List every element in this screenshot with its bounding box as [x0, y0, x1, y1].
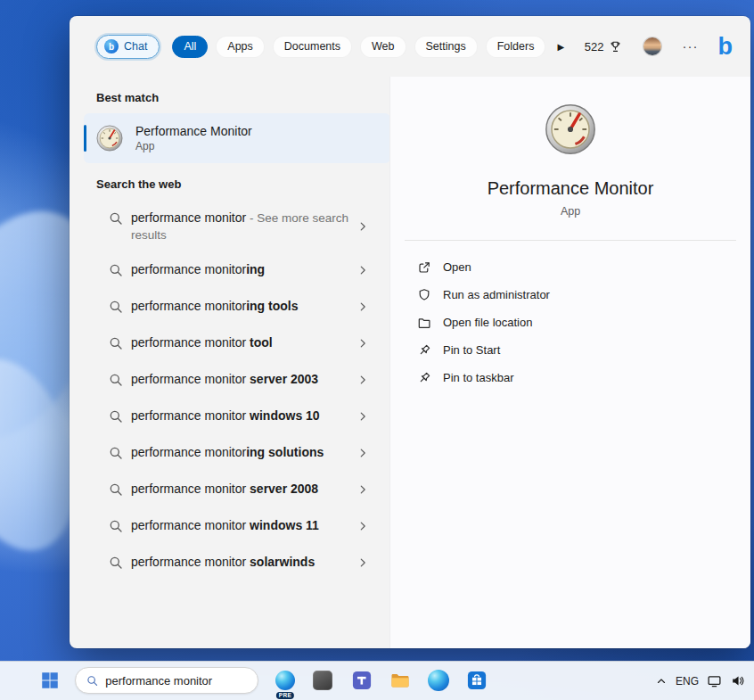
shield-icon — [417, 288, 431, 302]
suggestion-text: performance monitor windows 11 — [131, 517, 319, 534]
performance-monitor-icon-large — [545, 103, 596, 159]
action-run-as-administrator[interactable]: Run as administrator — [390, 281, 750, 309]
action-list: Open Run as administrator Open file loca… — [390, 253, 750, 391]
more-options-button[interactable]: ··· — [683, 42, 699, 51]
suggestion-text: performance monitoring solutions — [131, 444, 324, 461]
action-label: Pin to Start — [443, 343, 500, 357]
tab-all[interactable]: All — [172, 36, 208, 58]
suggestion-text: performance monitor solarwinds — [131, 554, 315, 571]
action-pin-to-taskbar[interactable]: Pin to taskbar — [390, 364, 750, 391]
taskbar-icon-teams[interactable] — [346, 664, 378, 696]
filter-bar: b Chat All Apps Documents Web Settings F… — [70, 16, 750, 77]
action-label: Open file location — [443, 316, 532, 329]
system-tray: ENG — [655, 662, 749, 700]
search-suggestion[interactable]: performance monitor tool — [84, 325, 390, 361]
preview-header: Performance Monitor App — [390, 77, 750, 218]
search-icon — [109, 409, 123, 424]
tray-language[interactable]: ENG — [676, 675, 699, 688]
taskbar-search[interactable] — [75, 667, 258, 694]
preview-pane: Performance Monitor App Open Run as admi… — [389, 77, 750, 648]
taskbar-icon-dark-app[interactable] — [307, 664, 339, 696]
teams-icon — [352, 671, 372, 690]
bing-chat-icon: b — [104, 39, 119, 54]
search-icon — [109, 211, 123, 226]
bing-logo-icon[interactable]: b — [718, 35, 734, 59]
search-icon — [109, 373, 123, 387]
search-suggestion[interactable]: performance monitor - See more search re… — [84, 202, 390, 251]
taskbar-icon-edge-pre[interactable]: PRE — [269, 664, 301, 696]
best-match-title: Performance Monitor — [135, 124, 252, 138]
selection-accent-bar — [84, 125, 86, 152]
search-suggestion[interactable]: performance monitor windows 10 — [84, 398, 390, 434]
rewards-counter[interactable]: 522 — [585, 40, 622, 54]
chevron-right-icon — [357, 483, 369, 496]
tab-folders[interactable]: Folders — [486, 36, 546, 58]
action-label: Pin to taskbar — [443, 371, 514, 384]
action-pin-to-start[interactable]: Pin to Start — [390, 336, 750, 364]
search-suggestion[interactable]: performance monitor solarwinds — [84, 544, 390, 581]
tab-apps[interactable]: Apps — [216, 36, 265, 58]
avatar[interactable] — [643, 37, 661, 55]
best-match-item[interactable]: Performance Monitor App — [84, 113, 390, 163]
best-match-header: Best match — [96, 91, 390, 104]
chevron-right-icon — [357, 220, 369, 233]
suggestion-text: performance monitor server 2003 — [131, 371, 318, 388]
pin-icon — [417, 371, 431, 385]
suggestion-text: performance monitoring — [131, 261, 265, 278]
suggestion-text: performance monitor server 2008 — [131, 481, 318, 498]
taskbar-icon-edge[interactable] — [422, 664, 455, 696]
tray-chevron-up-icon[interactable] — [655, 675, 668, 688]
chevron-right-icon — [357, 264, 369, 276]
best-match-subtitle: App — [135, 140, 252, 152]
open-icon — [417, 260, 431, 275]
chevron-right-icon — [357, 520, 369, 532]
file-explorer-icon — [389, 670, 411, 691]
action-label: Run as administrator — [443, 288, 550, 301]
taskbar: PRE ENG — [0, 661, 754, 700]
search-icon — [109, 263, 123, 277]
chat-tab[interactable]: b Chat — [96, 35, 160, 59]
performance-monitor-icon — [96, 125, 123, 152]
suggestion-text: performance monitor tool — [131, 334, 273, 351]
action-open[interactable]: Open — [390, 253, 750, 281]
suggestion-text: performance monitor - See more search re… — [131, 210, 348, 243]
chevron-right-icon — [357, 410, 369, 423]
edge-icon — [428, 670, 449, 691]
taskbar-icon-file-explorer[interactable] — [384, 664, 416, 696]
taskbar-search-input[interactable] — [105, 674, 247, 688]
search-suggestion[interactable]: performance monitoring — [84, 251, 390, 288]
trophy-icon — [609, 40, 622, 54]
tab-web[interactable]: Web — [360, 36, 406, 58]
action-open-file-location[interactable]: Open file location — [390, 309, 750, 336]
expand-filters-icon[interactable]: ▶ — [557, 42, 564, 52]
pin-icon — [417, 343, 431, 358]
web-section-header: Search the web — [96, 177, 390, 191]
chevron-right-icon — [357, 337, 369, 350]
tray-volume-icon[interactable] — [730, 673, 745, 688]
search-suggestion[interactable]: performance monitor server 2003 — [84, 361, 390, 398]
suggestion-text: performance monitor windows 10 — [131, 408, 320, 424]
search-icon — [86, 674, 98, 688]
chevron-right-icon — [357, 301, 369, 313]
tray-network-icon[interactable] — [707, 673, 722, 688]
rewards-points: 522 — [585, 40, 604, 54]
tab-settings[interactable]: Settings — [414, 36, 478, 58]
edge-pre-icon — [275, 671, 295, 690]
search-suggestion[interactable]: performance monitor windows 11 — [84, 507, 390, 544]
taskbar-icon-store[interactable] — [461, 664, 493, 696]
search-suggestion[interactable]: performance monitor server 2008 — [84, 471, 390, 507]
suggestion-list: performance monitor - See more search re… — [84, 202, 390, 581]
search-suggestion[interactable]: performance monitoring solutions — [84, 434, 390, 471]
preview-title: Performance Monitor — [488, 178, 654, 199]
windows-logo-icon — [41, 671, 59, 689]
tab-documents[interactable]: Documents — [273, 36, 352, 58]
pre-badge: PRE — [276, 692, 294, 700]
chevron-right-icon — [357, 556, 369, 569]
search-icon — [109, 336, 123, 350]
search-icon — [109, 519, 123, 533]
search-icon — [109, 300, 123, 314]
action-label: Open — [443, 260, 471, 274]
start-button[interactable] — [34, 664, 66, 696]
search-suggestion[interactable]: performance monitoring tools — [84, 288, 390, 325]
search-flyout: b Chat All Apps Documents Web Settings F… — [70, 16, 750, 648]
